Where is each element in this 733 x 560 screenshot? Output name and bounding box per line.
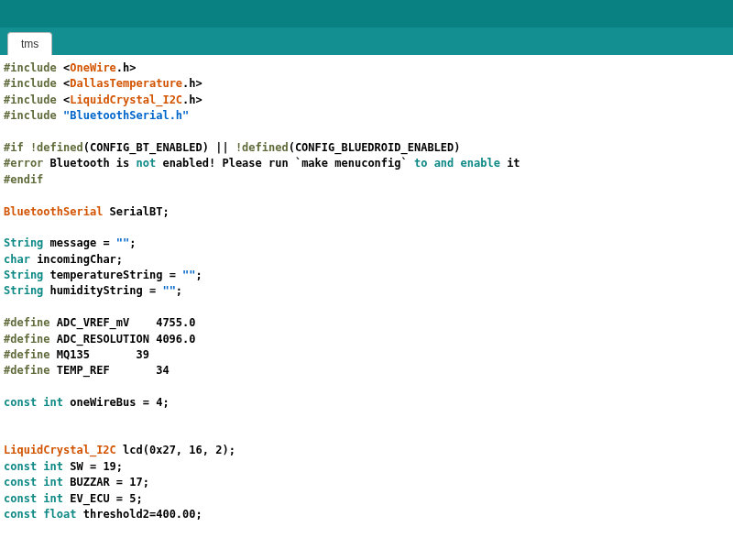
- token-kw: enable: [461, 157, 500, 170]
- code-line: [4, 188, 729, 203]
- code-line: LiquidCrystal_I2C lcd(0x27, 16, 2);: [4, 443, 729, 458]
- token-ident: MQ135 39: [50, 348, 149, 361]
- code-line: #include <LiquidCrystal_I2C.h>: [4, 93, 729, 108]
- token-ident: EV_ECU = 5;: [63, 492, 143, 505]
- token-prep: #include: [4, 77, 63, 90]
- token-punc: .h>: [182, 77, 202, 90]
- code-line: #include <DallasTemperature.h>: [4, 76, 729, 92]
- token-punc: ;: [176, 284, 182, 297]
- token-str: "BluetoothSerial.h": [63, 109, 189, 122]
- code-line: #if !defined(CONFIG_BT_ENABLED) || !defi…: [4, 140, 729, 156]
- token-prep: #error: [4, 157, 50, 170]
- code-editor[interactable]: #include <OneWire.h>#include <DallasTemp…: [0, 55, 733, 528]
- token-kw: const: [4, 508, 37, 521]
- token-prep: #define: [4, 333, 50, 346]
- token-kw: const: [4, 396, 37, 409]
- code-line: String message = "";: [4, 236, 729, 251]
- token-ident: lcd(0x27, 16, 2);: [116, 444, 235, 456]
- token-punc: (CONFIG_BT_ENABLED) ||: [83, 141, 235, 154]
- token-str: "": [116, 236, 129, 249]
- token-type: BluetoothSerial: [4, 205, 103, 218]
- token-kw: String: [4, 236, 43, 249]
- token-ident: temperatureString =: [43, 269, 182, 281]
- code-line: char incomingChar;: [4, 252, 729, 268]
- code-line: #define ADC_RESOLUTION 4096.0: [4, 332, 729, 347]
- code-line: [4, 427, 729, 443]
- code-line: [4, 220, 729, 236]
- token-prep: #define: [4, 348, 50, 361]
- token-kw: not: [137, 157, 157, 170]
- code-line: [4, 379, 729, 395]
- token-kw: String: [4, 284, 43, 297]
- token-type: LiquidCrystal_I2C: [4, 444, 116, 456]
- token-kw: and: [434, 157, 454, 170]
- code-line: BluetoothSerial SerialBT;: [4, 204, 729, 220]
- code-line: const int oneWireBus = 4;: [4, 395, 729, 411]
- token-ident: threshold2=400.00;: [76, 508, 202, 521]
- token-punc: ;: [196, 269, 202, 281]
- token-str: "": [162, 284, 175, 297]
- token-prep: #define: [4, 316, 50, 329]
- token-prep: #include: [4, 93, 63, 106]
- code-line: const int EV_ECU = 5;: [4, 491, 729, 507]
- token-kw: int: [43, 396, 63, 409]
- token-ident: incomingChar;: [30, 253, 123, 266]
- token-punc: ;: [129, 236, 136, 249]
- code-line: #define ADC_VREF_mV 4755.0: [4, 315, 729, 331]
- code-line: #error Bluetooth is not enabled! Please …: [4, 156, 729, 171]
- code-line: const float threshold2=400.00;: [4, 507, 729, 522]
- token-ident: [427, 157, 433, 170]
- tab-tms[interactable]: tms: [7, 32, 52, 55]
- code-line: String temperatureString = "";: [4, 268, 729, 283]
- title-bar: [0, 0, 733, 27]
- token-ident: SerialBT;: [103, 205, 169, 218]
- token-type: DallasTemperature: [70, 77, 182, 90]
- token-prep: #define: [4, 364, 50, 377]
- token-punc: .h>: [182, 93, 202, 106]
- tab-bar: tms: [0, 27, 733, 55]
- token-ident: oneWireBus = 4;: [63, 396, 170, 409]
- code-line: [4, 125, 729, 140]
- token-kw: int: [43, 460, 63, 473]
- token-prep: #include: [4, 109, 63, 122]
- token-prep: #endif: [4, 173, 43, 186]
- token-prep: #include: [4, 61, 63, 74]
- token-punc: (CONFIG_BLUEDROID_ENABLED): [289, 141, 461, 154]
- code-line: #define TEMP_REF 34: [4, 363, 729, 379]
- token-str: "": [182, 269, 195, 281]
- token-kw: char: [4, 253, 30, 266]
- code-line: #include <OneWire.h>: [4, 60, 729, 76]
- code-line: [4, 412, 729, 427]
- token-prep: #if !defined: [4, 141, 83, 154]
- token-kw: int: [43, 492, 63, 505]
- token-ident: humidityString =: [43, 284, 162, 297]
- token-ident: ADC_VREF_mV 4755.0: [50, 316, 196, 329]
- token-kw: int: [43, 476, 63, 489]
- code-line: String humidityString = "";: [4, 283, 729, 299]
- token-kw: to: [414, 157, 427, 170]
- code-line: [4, 300, 729, 315]
- token-ident: message =: [43, 236, 115, 249]
- token-kw: const: [4, 492, 37, 505]
- code-line: #endif: [4, 172, 729, 188]
- code-line: #include "BluetoothSerial.h": [4, 108, 729, 124]
- token-ident: it: [500, 157, 520, 170]
- token-prep: !defined: [235, 141, 289, 154]
- token-type: OneWire: [70, 61, 116, 74]
- token-punc: .h>: [116, 61, 137, 74]
- token-ident: [454, 157, 460, 170]
- token-kw: String: [4, 269, 43, 281]
- token-ident: TEMP_REF 34: [50, 364, 170, 377]
- code-line: #define MQ135 39: [4, 347, 729, 363]
- code-line: const int BUZZAR = 17;: [4, 475, 729, 490]
- token-ident: ADC_RESOLUTION 4096.0: [50, 333, 196, 346]
- token-type: LiquidCrystal_I2C: [70, 93, 182, 106]
- token-ident: SW = 19;: [63, 460, 123, 473]
- token-ident: Bluetooth is: [50, 157, 137, 170]
- token-kw: const: [4, 476, 37, 489]
- code-line: const int SW = 19;: [4, 459, 729, 475]
- token-ident: enabled! Please run `make menuconfig`: [156, 157, 414, 170]
- token-kw: const: [4, 460, 37, 473]
- token-kw: float: [43, 508, 76, 521]
- token-ident: BUZZAR = 17;: [63, 476, 149, 489]
